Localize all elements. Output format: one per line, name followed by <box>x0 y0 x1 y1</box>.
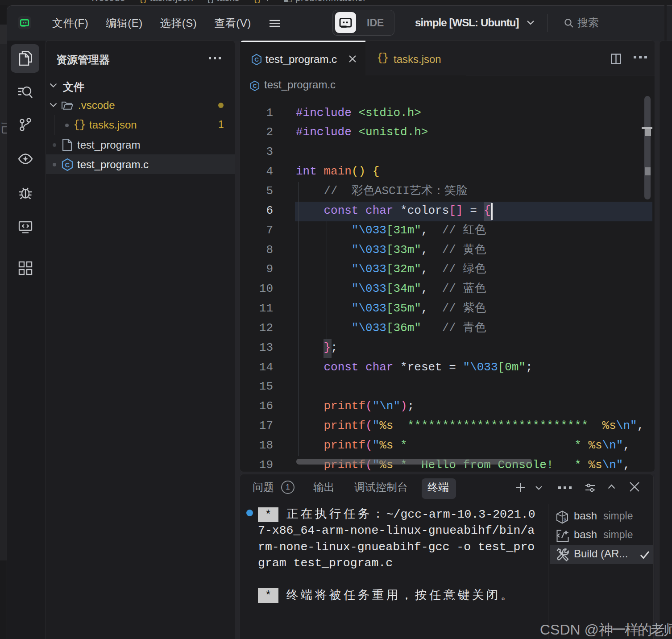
svg-text:C: C <box>65 161 70 169</box>
svg-text:C: C <box>254 56 259 63</box>
svg-text:C: C <box>253 83 257 89</box>
svg-text:$: $ <box>564 517 566 522</box>
